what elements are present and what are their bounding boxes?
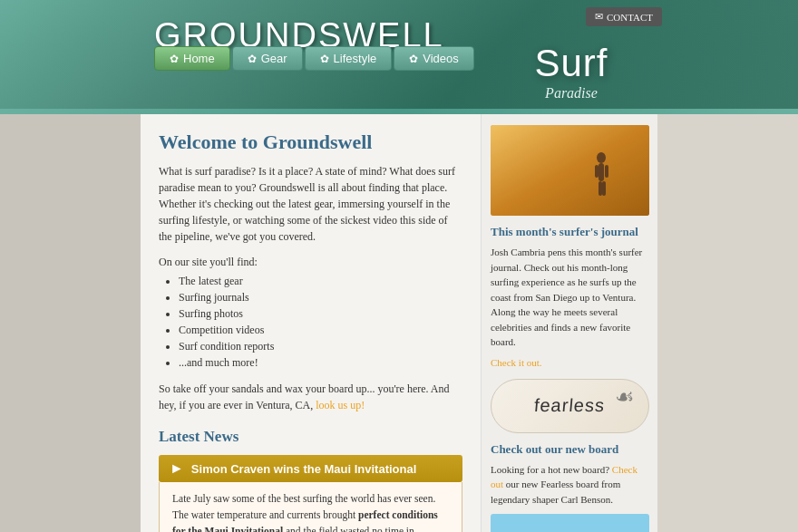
hero-subtitle: Paradise — [545, 85, 598, 101]
svg-point-0 — [597, 152, 606, 163]
right-sidebar: This month's surfer's journal Josh Cambr… — [481, 114, 657, 532]
news-arrow-icon: ► — [170, 460, 184, 477]
latest-news-title: Latest News — [159, 428, 462, 446]
nav-gear-label: Gear — [261, 52, 287, 65]
journal-text: Josh Cambria pens this month's surfer jo… — [491, 245, 648, 350]
cta-link[interactable]: look us up! — [316, 399, 365, 411]
svg-rect-4 — [598, 181, 602, 196]
lifestyle-icon: ✿ — [320, 53, 329, 65]
news-item-title: Simon Craven wins the Maui Invitational — [191, 462, 417, 476]
hero-overlay: Surf Paradise — [345, 42, 798, 102]
surfer-silhouette — [590, 152, 613, 202]
intro-text: What is surf paradise? Is it a place? A … — [159, 163, 462, 245]
journal-link[interactable]: Check it out. — [491, 357, 542, 368]
main-content: Welcome to Groundswell What is surf para… — [141, 114, 481, 532]
list-item: Surfing journals — [179, 291, 462, 305]
news-item-header[interactable]: ► Simon Craven wins the Maui Invitationa… — [159, 455, 462, 482]
list-item: Surf condition reports — [179, 340, 462, 353]
new-board-text: Looking for a hot new board? Check out o… — [491, 462, 648, 508]
home-icon: ✿ — [170, 53, 179, 65]
list-item: The latest gear — [179, 275, 462, 288]
news-body-text: Late July saw some of the best surfing t… — [172, 493, 443, 532]
welcome-title: Welcome to Groundswell — [159, 131, 462, 154]
contact-button[interactable]: ✉ CONTACT — [586, 7, 662, 26]
svg-rect-1 — [598, 163, 604, 181]
fearless-swoosh-icon: ☙ — [615, 384, 635, 410]
call-to-action: So take off your sandals and wax your bo… — [159, 381, 462, 413]
hero-title-surf: Surf — [534, 42, 608, 84]
left-sidebar — [0, 114, 141, 532]
contact-label: CONTACT — [607, 12, 653, 23]
fearless-logo: fearless ☙ — [491, 379, 649, 433]
on-site-label: On our site you'll find: — [159, 256, 462, 269]
svg-rect-2 — [595, 165, 598, 178]
new-board-title: Check out our new board — [491, 442, 648, 457]
news-item-text: Late July saw some of the best surfing t… — [172, 491, 449, 532]
hero-title: Surf — [534, 42, 608, 84]
board-text-pre: Looking for a hot new board? — [491, 464, 609, 475]
nav-item-gear[interactable]: ✿ Gear — [232, 46, 303, 71]
feature-list: The latest gear Surfing journals Surfing… — [179, 275, 462, 370]
fearless-logo-text: fearless — [533, 395, 606, 416]
gear-icon: ✿ — [248, 53, 257, 65]
surfer-image — [491, 125, 649, 216]
main-wrapper: Welcome to Groundswell What is surf para… — [0, 114, 798, 532]
beach-image — [491, 514, 649, 532]
news-item-body: Late July saw some of the best surfing t… — [159, 482, 462, 532]
site-header: ✉ CONTACT GROUNDSWELL ✿ Home ✿ Gear ✿ Li… — [0, 0, 798, 109]
list-item: ...and much more! — [179, 356, 462, 370]
svg-rect-5 — [602, 181, 606, 196]
nav-item-home[interactable]: ✿ Home — [154, 46, 230, 71]
nav-home-label: Home — [183, 52, 215, 65]
list-item: Competition videos — [179, 324, 462, 337]
envelope-icon: ✉ — [595, 11, 603, 23]
surfer-img-overlay — [491, 125, 649, 216]
list-item: Surfing photos — [179, 307, 462, 321]
cta-text: So take off your sandals and wax your bo… — [159, 382, 450, 411]
board-text-post: our new Fearless board from legendary sh… — [491, 479, 620, 505]
journal-title: This month's surfer's journal — [491, 225, 648, 239]
svg-rect-3 — [605, 165, 608, 178]
